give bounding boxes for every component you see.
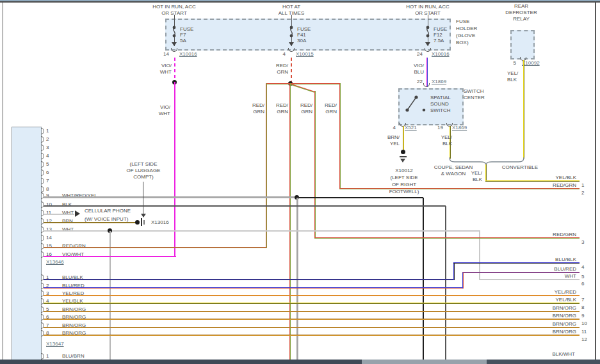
antenna-icon (141, 218, 142, 226)
wire-brn-org (44, 335, 580, 336)
pin-cup-icon (425, 48, 431, 52)
wire-vio-wht-dashed (174, 58, 175, 83)
connector-ref: X1869 (432, 79, 446, 85)
wire-blu-red (44, 287, 464, 289)
horizontal-scrollbar-thumb[interactable] (362, 360, 487, 364)
switch-label: SPATIALSOUNDSWITCH (430, 95, 451, 114)
wire-red-grn-dashed (291, 58, 292, 83)
ground-icon (400, 159, 405, 162)
wire-red-grn-v4 (339, 83, 341, 189)
wire-label-red-grn: RED/GRN (321, 102, 337, 115)
arrow-down-icon (425, 42, 430, 46)
wire-label-yel-blk: YEL/BLK (507, 70, 518, 83)
fuse-2-label: FUSEF4130A (297, 26, 311, 44)
wire-blk-branch (296, 197, 423, 198)
connector-block (12, 127, 42, 364)
wire-wht-red-yel (44, 196, 297, 198)
ground-icon (400, 156, 407, 157)
wire-label-brn-yel: BRN/YEL (384, 134, 400, 147)
wire-red-grn-v3 (314, 91, 316, 239)
antenna-icon (143, 220, 145, 225)
wiring-diagram: HOT IN RUN, ACCOR START HOT ATALL TIMES … (0, 0, 600, 364)
window-right-border (595, 3, 596, 360)
fuse-1-label: FUSEF75A (180, 26, 193, 44)
wire-label-red-grn: RED/GRN (273, 63, 288, 75)
wire-red-grn-pin2 (339, 188, 580, 189)
pointer-line (143, 182, 143, 214)
wire-label-red-grn: RED/GRN (273, 102, 288, 115)
pin-number: 4 (275, 51, 286, 58)
wire-label-red-grn: RED/GRN (297, 102, 312, 115)
wire-label-yel-blk: YEL/BLK (467, 170, 482, 183)
wire-yel-blk-relay (523, 60, 524, 159)
connector-ref: X13016 (151, 219, 169, 226)
wire-yel-blk-row (44, 303, 580, 304)
connector-ref: X10016 (179, 51, 197, 58)
pin-number: 14 (156, 51, 169, 58)
ground-label: X10012(LEFT SIDEOF RIGHTFOOTWELL) (385, 167, 423, 195)
pin-number: 19 (433, 125, 443, 131)
wire-yel-red (44, 295, 580, 296)
wire-brn-org (44, 311, 580, 312)
wire-label-vio-wht: VIO/WHT (156, 63, 172, 75)
cellular-phone-label: CELLULAR PHONE (85, 208, 131, 214)
wire-brn (44, 222, 138, 223)
pin-cup-icon (288, 48, 295, 52)
connector-ref: X10015 (296, 51, 314, 58)
fuse-holder-label: FUSEHOLDER(GLOVEBOX) (456, 18, 477, 46)
wire-yel-blk-drop (485, 164, 487, 182)
connector-ref: X13647 (46, 341, 64, 347)
wire-label-yel-blk: YEL/BLK (437, 134, 452, 147)
window-left-border (3, 3, 3, 360)
wire-blu-red-up (462, 272, 464, 289)
pin-cup-icon (171, 48, 177, 52)
switch-symbol-icon (402, 93, 428, 115)
wire-wht-pin6 (479, 279, 580, 280)
wire-yel-blk-pin1 (485, 180, 580, 182)
wire-red-grn-v1 (266, 83, 267, 248)
switch-center-label: SWITCHCENTER (464, 88, 485, 101)
relay-label: REARDEFROSTERRELAY (499, 3, 543, 22)
wire-blu-red-pin5 (462, 272, 580, 273)
wire-label-blk-wht: BLK/WHT (512, 351, 575, 358)
wire-label-vio-blu: VIO/BLU (409, 63, 424, 75)
wire-brn-yel (403, 126, 404, 152)
wire-red-grn-pin15 (44, 247, 266, 248)
arrow-down-icon (172, 42, 177, 46)
window-top-border (0, 1, 600, 3)
arrow-down-icon (141, 214, 146, 218)
wire-vio-wht-pin16 (44, 256, 176, 257)
connector-ref: X10092 (522, 60, 540, 67)
pin-number: 24 (411, 51, 423, 58)
wire-red-grn-pin3 (314, 237, 580, 239)
wire-blk (44, 205, 446, 207)
connector-ref: X13646 (46, 259, 64, 265)
wire-blu-blk-pin4 (453, 262, 580, 264)
fuse-3-label: FUSEF127.5A (434, 26, 447, 44)
pin-number: 4 (387, 125, 396, 131)
wire-wht-cellular (44, 214, 74, 215)
wire-blu-blk (44, 279, 455, 280)
connector-ref: X521 (405, 125, 417, 131)
fuse-symbol-icon (424, 26, 432, 38)
ground-icon (401, 150, 405, 154)
pin-number: 22 (411, 79, 423, 85)
relay-box (510, 30, 535, 59)
wire-brn-org (44, 327, 580, 328)
horizontal-scrollbar-track[interactable] (487, 360, 600, 364)
fuse-symbol-icon (288, 26, 295, 38)
signal-arrow-icon (75, 210, 80, 217)
fuse-symbol-icon (170, 26, 178, 38)
wire-blk-drop (445, 206, 446, 360)
wire-label-red-grn: RED/GRN (249, 102, 264, 115)
wire-label-vio-wht: VIO/WHT (155, 104, 170, 117)
wire-red-grn-rail (266, 83, 341, 84)
luggage-location-label: (LEFT SIDEOF LUGGAGECOMPT) (124, 161, 163, 180)
wire-blu-blk-up (453, 262, 455, 280)
antenna-icon (135, 220, 140, 225)
pin-cup-icon (423, 83, 430, 87)
pin-number: 5 (508, 60, 516, 67)
connector-ref: X1869 (452, 125, 467, 131)
arrow-down-icon (289, 42, 294, 46)
wire-red-grn-diagonal (291, 84, 314, 93)
